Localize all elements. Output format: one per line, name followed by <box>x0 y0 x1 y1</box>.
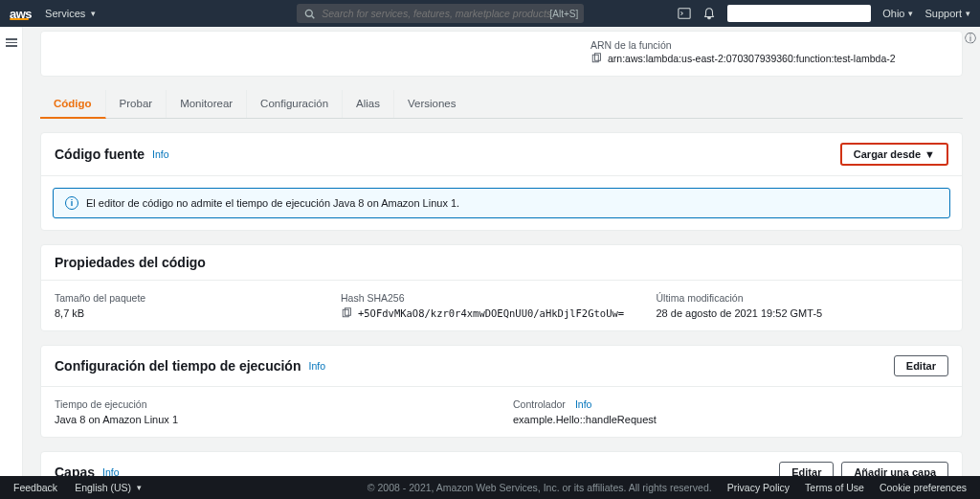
function-overview-card: ARN de la función arn:aws:lambda:us-east… <box>40 31 963 77</box>
search-input[interactable] <box>322 8 549 19</box>
tab-versions[interactable]: Versiones <box>394 90 470 118</box>
code-source-info-link[interactable]: Info <box>152 148 169 160</box>
editor-unsupported-alert: i El editor de código no admite el tiemp… <box>53 188 950 218</box>
search-icon <box>302 7 316 20</box>
last-modified-label: Última modificación <box>656 292 948 304</box>
cloudshell-icon[interactable] <box>678 7 691 20</box>
runtime-settings-title: Configuración del tiempo de ejecución <box>55 358 301 374</box>
language-label: English (US) <box>75 482 131 493</box>
copy-hash-icon[interactable] <box>341 307 352 319</box>
terms-link[interactable]: Terms of Use <box>805 482 864 493</box>
console-footer: Feedback English (US) © 2008 - 2021, Ama… <box>0 476 980 499</box>
caret-down-icon: ▼ <box>924 148 935 160</box>
edit-layers-button[interactable]: Editar <box>779 462 834 476</box>
handler-label: Controlador <box>513 398 566 410</box>
tab-aliases[interactable]: Alias <box>343 90 394 118</box>
hash-label: Hash SHA256 <box>341 292 634 304</box>
copy-arn-icon[interactable] <box>590 53 602 64</box>
code-source-title: Código fuente <box>55 147 145 162</box>
cookie-prefs-link[interactable]: Cookie preferences <box>880 482 967 493</box>
runtime-label: Tiempo de ejecución <box>55 398 490 410</box>
layers-panel: Capas Info Editar Añadir una capa Orden … <box>40 451 963 476</box>
tab-code[interactable]: Código <box>40 90 106 119</box>
hash-value: +5OFdvMKaO8/kzr0r4xmwDOEQnUU0/aHkDjlF2Gt… <box>358 307 624 319</box>
handler-info-link[interactable]: Info <box>575 398 592 410</box>
top-nav-bar: aws Services [Alt+S] Ohio Support <box>0 0 980 27</box>
arn-label: ARN de la función <box>590 39 948 51</box>
notifications-icon[interactable] <box>702 7 716 20</box>
aws-logo[interactable]: aws <box>10 7 32 20</box>
svg-rect-2 <box>679 9 690 19</box>
upload-from-button[interactable]: Cargar desde ▼ <box>840 143 948 166</box>
help-panel-toggle[interactable]: ⓘ <box>965 31 976 47</box>
runtime-settings-panel: Configuración del tiempo de ejecución In… <box>40 345 963 438</box>
privacy-link[interactable]: Privacy Policy <box>727 482 790 493</box>
function-tabs: Código Probar Monitorear Configuración A… <box>40 90 963 119</box>
handler-value: example.Hello::handleRequest <box>513 414 948 425</box>
services-dropdown[interactable]: Services <box>45 8 96 19</box>
layers-title: Capas <box>55 465 95 476</box>
aws-logo-text: aws <box>10 7 32 21</box>
search-shortcut: [Alt+S] <box>550 9 579 19</box>
tab-test[interactable]: Probar <box>106 90 167 118</box>
language-selector[interactable]: English (US) <box>75 482 142 493</box>
runtime-info-link[interactable]: Info <box>308 360 325 372</box>
layers-info-link[interactable]: Info <box>102 466 120 476</box>
info-icon: i <box>65 196 78 210</box>
support-label: Support <box>924 8 962 19</box>
package-size-label: Tamaño del paquete <box>55 292 318 304</box>
svg-point-0 <box>305 10 312 16</box>
region-label: Ohio <box>882 8 904 19</box>
feedback-link[interactable]: Feedback <box>13 482 57 493</box>
copyright-text: © 2008 - 2021, Amazon Web Services, Inc.… <box>368 482 712 493</box>
code-source-panel: Código fuente Info Cargar desde ▼ i El e… <box>40 132 963 231</box>
add-layer-button[interactable]: Añadir una capa <box>841 462 948 476</box>
runtime-value: Java 8 on Amazon Linux 1 <box>55 414 490 425</box>
last-modified-value: 28 de agosto de 2021 19:52 GMT-5 <box>656 307 948 319</box>
tab-monitor[interactable]: Monitorear <box>167 90 247 118</box>
edit-runtime-button[interactable]: Editar <box>894 355 948 376</box>
tab-configuration[interactable]: Configuración <box>247 90 343 118</box>
services-label: Services <box>45 8 85 19</box>
account-placeholder[interactable] <box>727 5 871 22</box>
region-selector[interactable]: Ohio <box>882 8 913 19</box>
package-size-value: 8,7 kB <box>55 307 318 319</box>
arn-value: arn:aws:lambda:us-east-2:070307939360:fu… <box>608 53 896 64</box>
code-properties-panel: Propiedades del código Tamaño del paquet… <box>40 244 963 331</box>
alert-text: El editor de código no admite el tiempo … <box>86 197 459 209</box>
support-menu[interactable]: Support <box>924 8 970 19</box>
code-properties-title: Propiedades del código <box>55 255 206 270</box>
hamburger-icon <box>6 36 17 476</box>
svg-line-1 <box>311 15 314 18</box>
global-search[interactable]: [Alt+S] <box>297 4 584 23</box>
side-toggle[interactable] <box>0 27 23 476</box>
upload-from-label: Cargar desde <box>854 148 921 160</box>
